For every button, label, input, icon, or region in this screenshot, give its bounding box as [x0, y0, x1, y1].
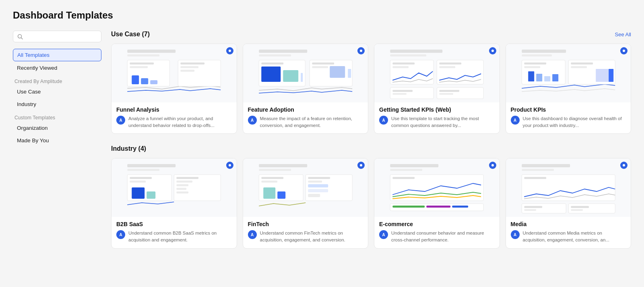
- search-box[interactable]: [13, 31, 101, 42]
- svg-rect-83: [308, 184, 328, 187]
- svg-rect-90: [392, 177, 415, 179]
- card-pin-feature: [357, 47, 365, 54]
- search-icon: [17, 34, 23, 40]
- sidebar-item-organization[interactable]: Organization: [13, 122, 101, 134]
- card-media-body: Media A Understand common Media metrics …: [506, 217, 631, 248]
- card-product-kpis[interactable]: Product KPIs A Use this dashboard to dia…: [506, 44, 632, 134]
- svg-rect-41: [439, 90, 459, 92]
- svg-rect-63: [130, 181, 146, 183]
- card-media-meta: A Understand common Media metrics on acq…: [511, 230, 626, 243]
- card-kpis-desc: Use this template to start tracking the …: [391, 115, 495, 129]
- svg-rect-100: [522, 204, 566, 213]
- svg-rect-104: [571, 206, 589, 208]
- svg-rect-96: [522, 164, 570, 167]
- svg-rect-68: [176, 181, 192, 183]
- card-feature-avatar: A: [248, 116, 257, 125]
- card-product-kpis-desc: Use this dashboard to diagnose overall h…: [523, 115, 626, 129]
- page-container: Dashboard Templates All Templates Recent…: [0, 0, 644, 287]
- card-feature-adoption[interactable]: Feature Adoption A Measure the impact of…: [243, 44, 369, 134]
- svg-rect-35: [439, 62, 461, 64]
- card-fintech-name: FinTech: [248, 221, 363, 227]
- card-fintech[interactable]: FinTech A Understand common FinTech metr…: [243, 158, 369, 248]
- svg-rect-71: [176, 191, 188, 193]
- sidebar-section-created: Created By Amplitude: [14, 79, 101, 84]
- sidebar-section-custom: Custom Templates: [14, 115, 101, 121]
- card-product-kpis-name: Product KPIs: [511, 106, 626, 113]
- card-ecommerce-name: E-commerce: [379, 221, 495, 227]
- card-kpis-avatar: A: [379, 116, 388, 125]
- svg-rect-59: [127, 164, 175, 167]
- card-kpis-web[interactable]: Getting Started KPIs (Web) A Use this te…: [374, 44, 500, 134]
- svg-rect-60: [127, 169, 159, 171]
- card-media-desc: Understand common Media metrics on acqui…: [523, 230, 626, 243]
- svg-rect-21: [283, 70, 298, 82]
- svg-rect-39: [392, 90, 413, 92]
- card-funnel-analysis[interactable]: Funnel Analysis A Analyze a funnel withi…: [111, 44, 237, 134]
- card-b2b-desc: Understand common B2B SaaS metrics on ac…: [128, 230, 232, 243]
- card-funnel-meta: A Analyze a funnel within your product, …: [116, 115, 232, 129]
- svg-rect-64: [132, 187, 144, 199]
- svg-rect-10: [150, 80, 157, 84]
- svg-rect-6: [130, 62, 154, 64]
- svg-rect-8: [132, 75, 139, 84]
- svg-rect-29: [390, 50, 442, 53]
- content-area: All Templates Recently Viewed Created By…: [13, 31, 631, 277]
- svg-rect-78: [263, 187, 275, 199]
- svg-rect-74: [259, 169, 291, 171]
- svg-rect-105: [571, 209, 583, 211]
- card-product-kpis-body: Product KPIs A Use this dashboard to dia…: [506, 102, 631, 133]
- svg-rect-4: [127, 54, 159, 56]
- svg-rect-82: [308, 181, 322, 183]
- svg-rect-48: [524, 66, 540, 68]
- svg-rect-92: [392, 206, 425, 208]
- use-case-see-all-button[interactable]: See All: [615, 31, 631, 37]
- svg-rect-27: [348, 69, 351, 78]
- svg-rect-76: [261, 177, 283, 179]
- page-title: Dashboard Templates: [13, 10, 631, 21]
- card-feature-preview: [243, 44, 368, 102]
- card-fintech-preview: [243, 158, 368, 217]
- svg-rect-50: [536, 74, 542, 81]
- card-feature-meta: A Measure the impact of a feature on ret…: [248, 115, 363, 129]
- svg-rect-40: [392, 93, 407, 95]
- card-pin-funnel: [226, 47, 233, 54]
- card-funnel-avatar: A: [116, 116, 125, 125]
- svg-rect-16: [259, 50, 307, 53]
- card-b2b-saas[interactable]: B2B SaaS A Understand common B2B SaaS me…: [111, 158, 237, 248]
- svg-rect-81: [308, 177, 330, 179]
- card-fintech-desc: Understand common FinTech metrics on acq…: [260, 230, 363, 243]
- card-funnel-name: Funnel Analysis: [116, 106, 232, 113]
- industry-section: Industry (4): [111, 145, 631, 248]
- svg-rect-30: [390, 54, 426, 56]
- sidebar-item-made-by-you[interactable]: Made By You: [13, 135, 101, 146]
- sidebar-item-all-templates[interactable]: All Templates: [13, 49, 101, 61]
- main-content: Use Case (7) See All: [111, 31, 631, 277]
- svg-rect-103: [524, 209, 536, 211]
- svg-rect-12: [180, 62, 204, 64]
- svg-rect-94: [452, 206, 468, 208]
- use-case-section: Use Case (7) See All: [111, 31, 631, 134]
- card-ecommerce-meta: A Understand consumer behavior and measu…: [379, 230, 495, 243]
- card-kpis-body: Getting Started KPIs (Web) A Use this te…: [374, 102, 500, 133]
- card-ecommerce-avatar: A: [379, 230, 388, 239]
- card-media-preview: [506, 158, 631, 217]
- use-case-section-header: Use Case (7) See All: [111, 31, 631, 38]
- svg-rect-26: [330, 66, 345, 78]
- svg-rect-49: [528, 71, 534, 81]
- svg-rect-3: [127, 50, 175, 53]
- card-media[interactable]: Media A Understand common Media metrics …: [506, 158, 632, 248]
- svg-rect-20: [261, 67, 281, 82]
- card-product-kpis-preview: [506, 44, 631, 102]
- card-b2b-name: B2B SaaS: [116, 221, 232, 227]
- card-ecommerce[interactable]: E-commerce A Understand consumer behavio…: [374, 158, 500, 248]
- sidebar-item-use-case[interactable]: Use Case: [13, 86, 101, 98]
- svg-rect-22: [301, 73, 303, 82]
- sidebar-item-industry[interactable]: Industry: [13, 98, 101, 110]
- svg-rect-14: [180, 70, 194, 72]
- search-input[interactable]: [26, 33, 97, 40]
- svg-rect-32: [392, 62, 415, 64]
- svg-rect-102: [524, 206, 542, 208]
- svg-rect-19: [261, 62, 283, 64]
- sidebar-item-recently-viewed[interactable]: Recently Viewed: [13, 62, 101, 74]
- svg-rect-36: [439, 66, 455, 68]
